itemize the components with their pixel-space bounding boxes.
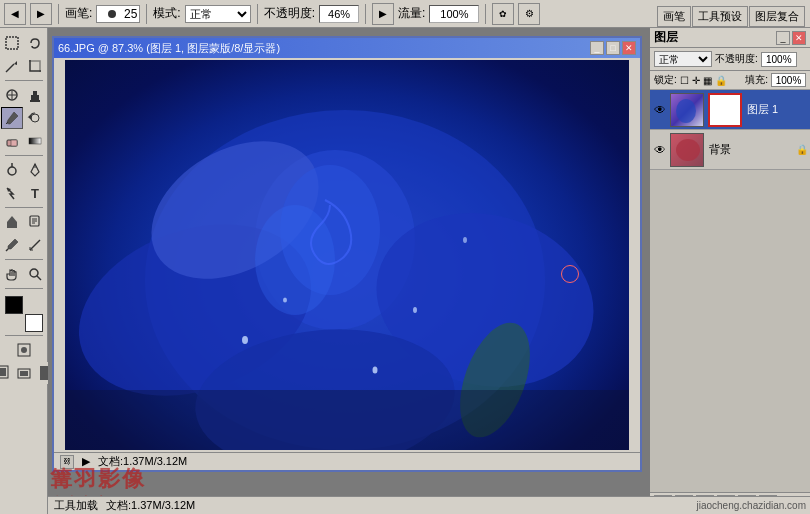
eyedropper-tool[interactable]: [1, 234, 23, 256]
svg-point-53: [676, 99, 696, 123]
win-minimize[interactable]: _: [590, 41, 604, 55]
toolbar-sep-2: [146, 4, 147, 24]
layer-1-thumb: [670, 93, 704, 127]
status-doc-info: 文档:1.37M/3.12M: [106, 498, 195, 513]
tab-tool-preset[interactable]: 工具预设: [692, 6, 748, 27]
pen-tool[interactable]: [24, 159, 46, 181]
layer-mode-select[interactable]: 正常 溶解 正片叠底: [654, 51, 712, 67]
svg-point-14: [8, 167, 16, 175]
notes-tool[interactable]: [24, 211, 46, 233]
right-panel-tabs: 画笔 工具预设 图层复合: [655, 0, 810, 28]
layer-bg-thumb: [670, 133, 704, 167]
opacity-input[interactable]: 46%: [319, 5, 359, 23]
svg-line-24: [6, 249, 8, 251]
svg-point-46: [373, 367, 378, 374]
hand-tool[interactable]: [1, 263, 23, 285]
svg-rect-35: [20, 371, 28, 376]
dodge-tool[interactable]: [1, 159, 23, 181]
win-close[interactable]: ✕: [622, 41, 636, 55]
arrow-fwd-btn[interactable]: ▶: [30, 3, 52, 25]
lock-btn-pixels[interactable]: ▦: [703, 75, 712, 86]
svg-rect-7: [33, 91, 37, 96]
svg-point-28: [30, 269, 38, 277]
svg-point-48: [283, 298, 287, 303]
window-buttons: _ □ ✕: [590, 41, 636, 55]
svg-marker-19: [7, 216, 17, 222]
canvas[interactable]: [65, 60, 629, 450]
tab-layer-comp[interactable]: 图层复合: [749, 6, 805, 27]
tool-row-10: [1, 263, 46, 285]
rose-art: [65, 60, 629, 450]
fill-label: 填充:: [745, 73, 768, 87]
screen-mode2-btn[interactable]: [13, 362, 35, 384]
quick-mask-btn[interactable]: [13, 339, 35, 361]
screen-mode-btn[interactable]: [0, 362, 12, 384]
doc-title: 66.JPG @ 87.3% (图层 1, 图层蒙版/8/显示器): [58, 41, 280, 56]
brush-size-value: 25: [124, 7, 137, 21]
marquee-rect-tool[interactable]: [1, 32, 23, 54]
toolbar-sep-3: [257, 4, 258, 24]
layer-bg-visibility[interactable]: 👁: [652, 142, 668, 158]
mode-label: 模式:: [153, 5, 180, 22]
svg-line-29: [37, 276, 41, 280]
lock-btn-check[interactable]: ☐: [680, 75, 689, 86]
opacity-label-layers: 不透明度:: [715, 52, 758, 66]
text-tool[interactable]: T: [24, 182, 46, 204]
svg-rect-8: [30, 100, 40, 102]
layers-close[interactable]: ✕: [792, 31, 806, 45]
layers-panel-header: 图层 _ ✕: [650, 28, 810, 48]
layer-item-1[interactable]: 👁 图层 1: [650, 90, 810, 130]
doc-statusbar: ⛓ ▶ 文档:1.37M/3.12M: [54, 452, 640, 470]
stamp-tool[interactable]: [24, 84, 46, 106]
opacity-arrow[interactable]: ▶: [372, 3, 394, 25]
svg-marker-2: [14, 61, 17, 65]
tool-row-4: [1, 107, 46, 129]
fill-input[interactable]: 100%: [771, 73, 806, 87]
link-icon: ⛓: [60, 455, 74, 469]
toolbar-sep-1: [58, 4, 59, 24]
heal-tool[interactable]: [1, 84, 23, 106]
layer-1-visibility[interactable]: 👁: [652, 102, 668, 118]
path-select-tool[interactable]: [1, 182, 23, 204]
options-btn[interactable]: ⚙: [518, 3, 540, 25]
history-brush-tool[interactable]: [24, 107, 46, 129]
opacity-input-layers[interactable]: 100%: [761, 52, 797, 67]
lasso-tool[interactable]: [24, 32, 46, 54]
svg-point-10: [31, 114, 39, 122]
flow-label: 流量:: [398, 5, 425, 22]
lock-btn-move[interactable]: ✛: [692, 75, 700, 86]
flow-input[interactable]: 100%: [429, 5, 479, 23]
tool-sep-2: [5, 155, 43, 156]
lock-btn-all[interactable]: 🔒: [715, 75, 727, 86]
tab-brush[interactable]: 画笔: [657, 6, 691, 27]
lock-label: 锁定:: [654, 73, 677, 87]
left-toolbox: T: [0, 28, 48, 514]
foreground-color[interactable]: [5, 296, 23, 314]
svg-line-1: [6, 64, 14, 72]
airbrush-btn[interactable]: ✿: [492, 3, 514, 25]
win-restore[interactable]: □: [606, 41, 620, 55]
tool-sep-4: [5, 259, 43, 260]
gradient-tool[interactable]: [24, 130, 46, 152]
mode-select[interactable]: 正常 溶解 正片叠底: [185, 5, 251, 23]
shape-tool[interactable]: [1, 211, 23, 233]
background-color[interactable]: [25, 314, 43, 332]
tool-row-quick: [13, 339, 35, 361]
toolbar-sep-5: [485, 4, 486, 24]
brush-tool[interactable]: [1, 107, 23, 129]
magic-wand-tool[interactable]: [1, 55, 23, 77]
layer-item-bg[interactable]: 👁 背景 🔒: [650, 130, 810, 170]
tool-row-6: [1, 159, 46, 181]
brush-label: 画笔:: [65, 5, 92, 22]
measure-tool[interactable]: [24, 234, 46, 256]
eraser-tool[interactable]: [1, 130, 23, 152]
tool-row-7: T: [1, 182, 46, 204]
crop-tool[interactable]: [24, 55, 46, 77]
arrow-back-btn[interactable]: ◀: [4, 3, 26, 25]
color-swatches[interactable]: [5, 296, 43, 332]
layers-collapse[interactable]: _: [776, 31, 790, 45]
zoom-tool[interactable]: [24, 263, 46, 285]
site-label: jiaocheng.chazidian.com: [650, 496, 810, 514]
svg-point-47: [413, 307, 417, 313]
brush-size-display[interactable]: 25: [96, 5, 140, 23]
